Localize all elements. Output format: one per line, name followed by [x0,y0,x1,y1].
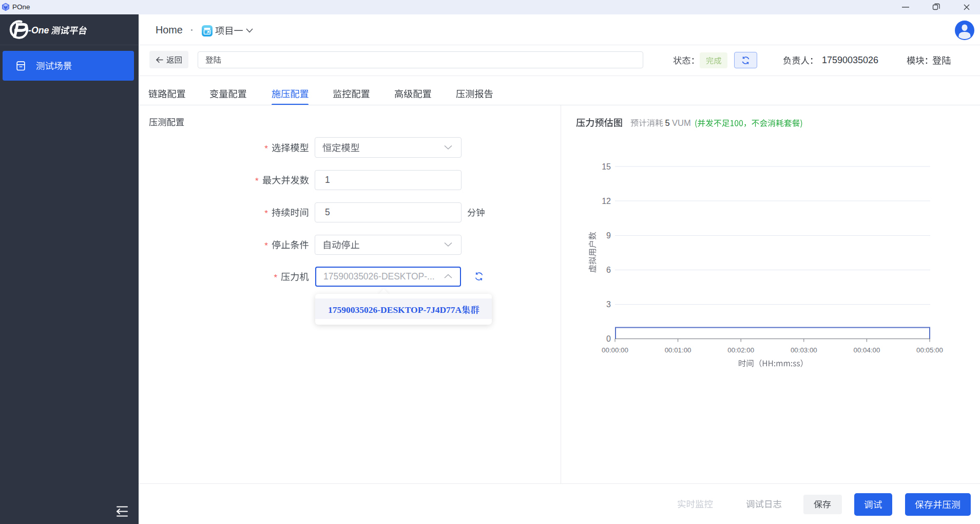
svg-text:12: 12 [602,197,611,205]
svg-text:15: 15 [602,162,611,171]
svg-text:3: 3 [606,300,611,309]
svg-text:0: 0 [606,334,611,343]
svg-text:00:05:00: 00:05:00 [916,346,943,354]
svg-text:00:04:00: 00:04:00 [854,346,880,354]
svg-text:6: 6 [606,266,611,274]
svg-text:9: 9 [606,231,611,240]
svg-text:00:02:00: 00:02:00 [727,346,754,354]
svg-text:00:01:00: 00:01:00 [665,346,691,354]
svg-text:00:00:00: 00:00:00 [602,346,628,354]
svg-text:00:03:00: 00:03:00 [791,346,817,354]
